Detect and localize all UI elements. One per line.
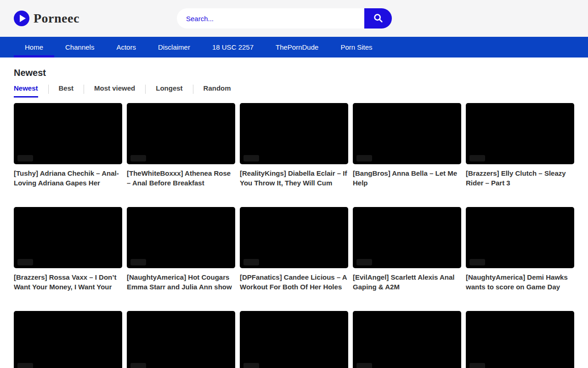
video-title[interactable]: [Tushy] Adriana Chechik – Anal-Loving Ad… (14, 168, 122, 188)
duration-badge (356, 155, 372, 161)
video-thumbnail[interactable] (353, 311, 461, 368)
video-thumbnail[interactable] (353, 207, 461, 268)
page-title: Newest (14, 68, 574, 78)
tab-divider (48, 85, 49, 94)
nav-item-label: Home (25, 43, 43, 51)
video-title[interactable]: [DPFanatics] Candee Licious – A Workout … (240, 272, 348, 292)
main-nav: Home Channels Actors Disclaimer 18 USC 2… (0, 37, 588, 58)
video-card[interactable]: [NaughtyAmerica] Demi Hawks wants to sco… (466, 207, 574, 292)
video-card[interactable]: [NaughtyAmerica] Hot Cougars Emma Starr … (127, 207, 235, 292)
nav-item-label: Disclaimer (158, 43, 190, 51)
duration-badge (130, 363, 146, 368)
search-bar (177, 8, 392, 29)
video-title[interactable]: [RealityKings] Diabella Eclair – If You … (240, 168, 348, 188)
duration-badge (130, 155, 146, 161)
video-title[interactable]: [NaughtyAmerica] Demi Hawks wants to sco… (466, 272, 574, 292)
video-title[interactable]: [EvilAngel] Scarlett Alexis Anal Gaping … (353, 272, 461, 292)
tab-best[interactable]: Best (59, 84, 74, 98)
nav-item-label: 18 USC 2257 (212, 43, 254, 51)
video-grid: [Tushy] Adriana Chechik – Anal-Loving Ad… (14, 103, 574, 368)
search-button[interactable] (364, 8, 392, 29)
video-thumbnail[interactable] (466, 311, 574, 368)
nav-item-actors[interactable]: Actors (105, 37, 147, 58)
duration-badge (17, 363, 33, 368)
site-header: Porneec (0, 0, 588, 37)
video-card[interactable] (353, 311, 461, 368)
tab-random[interactable]: Random (204, 84, 231, 98)
nav-item-label: ThePornDude (276, 43, 318, 51)
nav-item-porn-sites[interactable]: Porn Sites (329, 37, 383, 58)
video-card[interactable]: [Brazzers] Elly Clutch – Sleazy Rider – … (466, 103, 574, 188)
search-input[interactable] (177, 8, 364, 29)
video-title[interactable]: [Brazzers] Elly Clutch – Sleazy Rider – … (466, 168, 574, 188)
video-thumbnail[interactable] (127, 207, 235, 268)
video-card[interactable]: [BangBros] Anna Bella – Let Me Help (353, 103, 461, 188)
duration-badge (469, 155, 485, 161)
nav-item-label: Channels (65, 43, 94, 51)
duration-badge (356, 363, 372, 368)
play-icon (14, 11, 29, 26)
nav-item-home[interactable]: Home (14, 37, 54, 58)
tab-newest[interactable]: Newest (14, 84, 38, 98)
video-card[interactable] (14, 311, 122, 368)
site-logo-text: Porneec (34, 11, 79, 26)
video-card[interactable]: [EvilAngel] Scarlett Alexis Anal Gaping … (353, 207, 461, 292)
duration-badge (356, 259, 372, 265)
tab-most-viewed[interactable]: Most viewed (94, 84, 135, 98)
duration-badge (17, 155, 33, 161)
video-thumbnail[interactable] (466, 103, 574, 164)
tab-longest[interactable]: Longest (156, 84, 182, 98)
site-logo[interactable]: Porneec (14, 0, 79, 37)
nav-item-label: Actors (116, 43, 136, 51)
video-thumbnail[interactable] (240, 207, 348, 268)
video-card[interactable] (466, 311, 574, 368)
tab-divider (84, 85, 84, 94)
video-card[interactable]: [TheWhiteBoxxx] Athenea Rose – Anal Befo… (127, 103, 235, 188)
video-title[interactable]: [BangBros] Anna Bella – Let Me Help (353, 168, 461, 188)
video-card[interactable]: [DPFanatics] Candee Licious – A Workout … (240, 207, 348, 292)
duration-badge (469, 259, 485, 265)
nav-item-disclaimer[interactable]: Disclaimer (147, 37, 201, 58)
video-thumbnail[interactable] (127, 103, 235, 164)
nav-item-18-usc-2257[interactable]: 18 USC 2257 (201, 37, 265, 58)
tab-divider (193, 85, 193, 94)
video-title[interactable]: [NaughtyAmerica] Hot Cougars Emma Starr … (127, 272, 235, 292)
duration-badge (469, 363, 485, 368)
nav-item-channels[interactable]: Channels (54, 37, 105, 58)
video-title[interactable]: [Brazzers] Rossa Vaxx – I Don’t Want You… (14, 272, 122, 292)
duration-badge (130, 259, 146, 265)
video-card[interactable]: [Tushy] Adriana Chechik – Anal-Loving Ad… (14, 103, 122, 188)
main-content: Newest Newest Best Most viewed Longest R… (0, 58, 588, 368)
video-thumbnail[interactable] (466, 207, 574, 268)
video-thumbnail[interactable] (353, 103, 461, 164)
video-thumbnail[interactable] (14, 311, 122, 368)
nav-item-theporndude[interactable]: ThePornDude (265, 37, 329, 58)
video-card[interactable]: [RealityKings] Diabella Eclair – If You … (240, 103, 348, 188)
duration-badge (243, 363, 259, 368)
search-icon (373, 13, 383, 24)
video-title[interactable]: [TheWhiteBoxxx] Athenea Rose – Anal Befo… (127, 168, 235, 188)
video-thumbnail[interactable] (14, 103, 122, 164)
video-thumbnail[interactable] (14, 207, 122, 268)
tab-divider (145, 85, 146, 94)
video-card[interactable] (240, 311, 348, 368)
nav-item-label: Porn Sites (340, 43, 372, 51)
video-card[interactable]: [Brazzers] Rossa Vaxx – I Don’t Want You… (14, 207, 122, 292)
sort-tabs: Newest Best Most viewed Longest Random (14, 84, 574, 98)
duration-badge (243, 259, 259, 265)
video-thumbnail[interactable] (240, 311, 348, 368)
video-thumbnail[interactable] (240, 103, 348, 164)
duration-badge (17, 259, 33, 265)
video-thumbnail[interactable] (127, 311, 235, 368)
video-card[interactable] (127, 311, 235, 368)
duration-badge (243, 155, 259, 161)
